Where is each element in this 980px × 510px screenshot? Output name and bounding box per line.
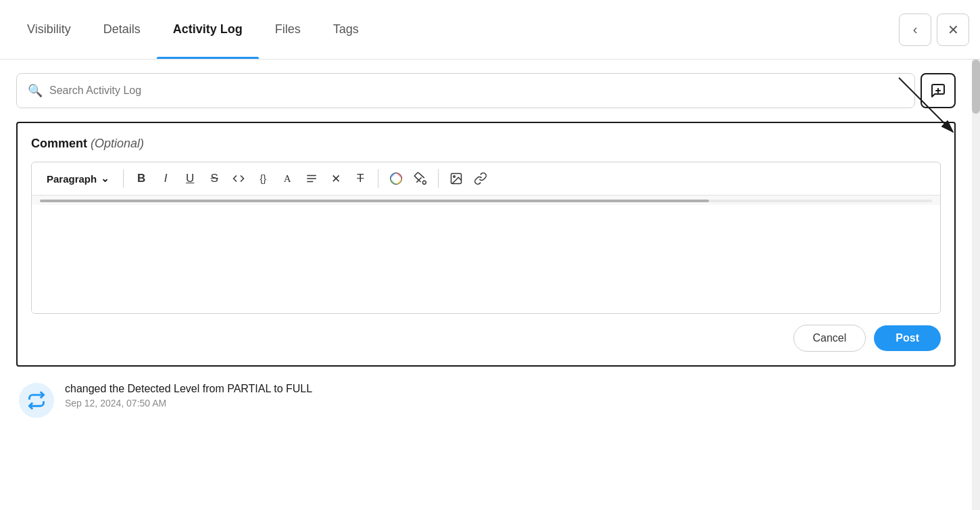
activity-text: changed the Detected Level from PARTIAL … (65, 383, 312, 395)
align-icon (305, 172, 318, 185)
underline-button[interactable]: U (179, 168, 201, 189)
activity-avatar (19, 383, 54, 418)
search-icon: 🔍 (28, 83, 43, 98)
activity-timestamp: Sep 12, 2024, 07:50 AM (65, 398, 312, 409)
change-icon (27, 391, 46, 410)
strikethrough-button[interactable]: S (203, 168, 225, 189)
paint-bucket-icon (414, 172, 427, 185)
toolbar-scroll-thumb (40, 200, 709, 202)
bold-button[interactable]: B (130, 168, 152, 189)
remove-format-button[interactable]: ✕ (325, 168, 347, 189)
back-button[interactable]: ‹ (899, 14, 931, 46)
code-inline-button[interactable] (228, 168, 249, 189)
paint-bucket-button[interactable] (410, 168, 431, 189)
toolbar-divider-1 (123, 169, 124, 188)
link-icon (474, 172, 487, 185)
toolbar-divider-3 (438, 169, 439, 188)
chevron-down-icon: ⌄ (101, 172, 109, 185)
cancel-button[interactable]: Cancel (793, 325, 866, 352)
svg-point-9 (423, 181, 426, 184)
post-button[interactable]: Post (874, 325, 941, 351)
toolbar-scroll-area (32, 195, 940, 205)
search-input[interactable] (49, 85, 904, 97)
link-button[interactable] (470, 168, 491, 189)
paragraph-dropdown[interactable]: Paragraph ⌄ (40, 170, 116, 187)
code-icon (232, 172, 245, 185)
toolbar-divider-2 (378, 169, 378, 188)
editor-wrapper: Paragraph ⌄ B I U S (31, 162, 941, 314)
tab-bar: Visibility Details Activity Log Files Ta… (0, 0, 980, 60)
add-comment-button[interactable] (921, 73, 956, 108)
font-color-button[interactable]: A (276, 168, 298, 189)
code-block-button[interactable]: {} (252, 168, 274, 189)
svg-point-8 (394, 177, 399, 181)
activity-content: changed the Detected Level from PARTIAL … (65, 383, 312, 409)
svg-point-11 (454, 176, 456, 178)
main-content: 🔍 Comment (Optional) Paragraph ⌄ (0, 60, 980, 432)
tab-details[interactable]: Details (87, 0, 157, 59)
color-wheel-icon (389, 172, 403, 185)
tab-visibility[interactable]: Visibility (11, 0, 87, 59)
image-icon (449, 172, 463, 185)
align-button[interactable] (301, 168, 322, 189)
action-buttons: Cancel Post (31, 325, 941, 352)
image-button[interactable] (445, 168, 467, 189)
comment-section: Comment (Optional) Paragraph ⌄ B I (16, 122, 956, 367)
italic-button[interactable]: I (155, 168, 176, 189)
scrollbar-thumb[interactable] (972, 60, 980, 114)
search-bar: 🔍 (16, 73, 915, 108)
activity-entry: changed the Detected Level from PARTIAL … (16, 383, 956, 418)
tab-tags[interactable]: Tags (317, 0, 375, 59)
editor-body[interactable] (32, 205, 940, 313)
comment-label: Comment (Optional) (31, 137, 941, 151)
color-wheel-button[interactable] (385, 168, 407, 189)
scrollbar-track[interactable] (972, 60, 980, 510)
toolbar-scroll-indicator (40, 200, 932, 202)
tab-files[interactable]: Files (259, 0, 317, 59)
remove-style-button[interactable]: T (349, 168, 371, 189)
search-bar-wrapper: 🔍 (16, 73, 956, 108)
close-button[interactable]: ✕ (937, 14, 969, 46)
add-comment-icon (930, 83, 946, 99)
tab-activity-log[interactable]: Activity Log (157, 0, 259, 59)
editor-toolbar: Paragraph ⌄ B I U S (32, 162, 940, 195)
